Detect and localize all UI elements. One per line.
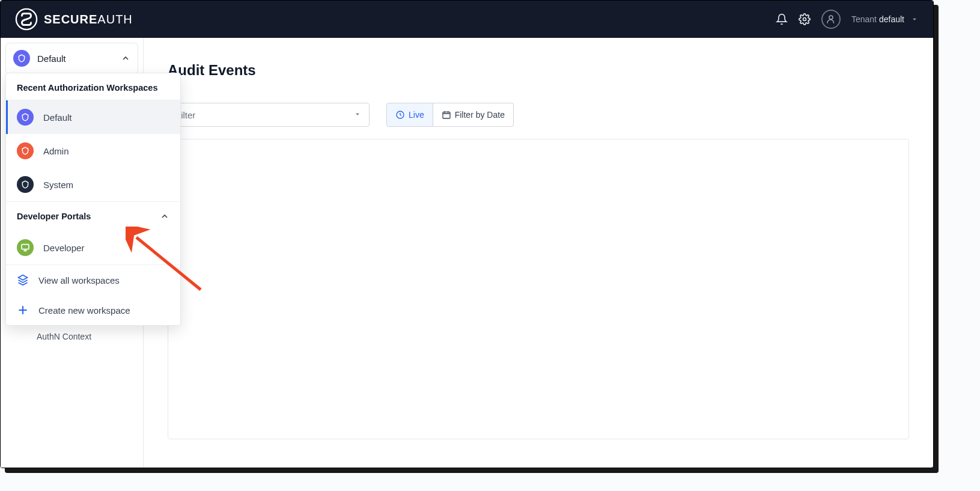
view-all-workspaces[interactable]: View all workspaces (6, 265, 180, 295)
workspace-item-developer[interactable]: Developer (6, 231, 180, 264)
tenant-label: Tenant (851, 14, 877, 24)
workspace-item-admin[interactable]: Admin (6, 134, 180, 168)
section-label: Developer Portals (17, 212, 91, 221)
brand-logo-icon (15, 8, 38, 31)
calendar-icon (442, 110, 451, 120)
workspace-icon (13, 50, 30, 67)
header-actions: Tenant default (776, 10, 919, 29)
tenant-selector[interactable]: Tenant default (851, 14, 919, 24)
filter-select[interactable]: Filter (168, 103, 370, 127)
chevron-up-icon (121, 53, 130, 63)
events-panel (168, 139, 909, 439)
shield-icon (21, 113, 29, 121)
workspace-icon (17, 142, 34, 159)
workspace-item-label: System (43, 180, 73, 190)
svg-point-2 (829, 16, 833, 19)
controls-row: Filter Live Filter by Date (168, 103, 909, 127)
live-label: Live (409, 110, 424, 120)
workspace-item-label: Admin (43, 146, 69, 156)
svg-rect-4 (443, 112, 450, 118)
workspace-item-system[interactable]: System (6, 168, 180, 201)
plus-icon (17, 304, 29, 316)
layers-icon (17, 274, 29, 286)
shield-icon (21, 180, 29, 189)
monitor-icon (20, 243, 30, 252)
filter-by-date-button[interactable]: Filter by Date (433, 103, 514, 127)
workspace-dropdown: Recent Authorization Workspaces Default … (5, 73, 181, 326)
clock-icon (395, 110, 405, 120)
workspace-item-label: Developer (43, 243, 84, 253)
brand-text: SECUREAUTH (44, 13, 133, 26)
developer-portals-section[interactable]: Developer Portals (6, 201, 180, 231)
shield-icon (21, 147, 29, 155)
tenant-name: default (879, 14, 904, 24)
brand: SECUREAUTH (15, 8, 133, 31)
svg-point-1 (803, 18, 806, 21)
settings-icon[interactable] (799, 13, 811, 25)
chevron-down-icon (353, 110, 362, 120)
workspace-icon (17, 176, 34, 193)
create-new-workspace[interactable]: Create new workspace (6, 295, 180, 325)
workspace-current-label: Default (37, 53, 114, 64)
recent-workspaces-header: Recent Authorization Workspaces (6, 73, 180, 100)
live-button[interactable]: Live (386, 103, 433, 127)
workspace-selector[interactable]: Default (5, 43, 138, 74)
workspace-icon (17, 109, 34, 126)
user-avatar[interactable] (821, 10, 841, 29)
filter-date-label: Filter by Date (455, 110, 505, 120)
workspace-icon (17, 239, 34, 256)
chevron-up-icon (160, 212, 169, 221)
time-button-group: Live Filter by Date (386, 103, 514, 127)
svg-rect-5 (22, 245, 29, 249)
app-frame: SECUREAUTH Tenant default (0, 0, 934, 468)
sidebar-item-authn-context[interactable]: AuthN Context (1, 324, 143, 349)
main-content: Audit Events Filter Live Filter by Dat (144, 38, 933, 468)
app-header: SECUREAUTH Tenant default (1, 1, 933, 38)
page-title: Audit Events (168, 62, 909, 79)
view-all-label: View all workspaces (38, 275, 120, 285)
workspace-item-label: Default (43, 112, 72, 123)
create-new-label: Create new workspace (38, 305, 130, 316)
chevron-down-icon (910, 15, 919, 23)
notifications-icon[interactable] (776, 13, 788, 25)
workspace-item-default[interactable]: Default (6, 100, 180, 134)
shield-icon (17, 54, 26, 63)
